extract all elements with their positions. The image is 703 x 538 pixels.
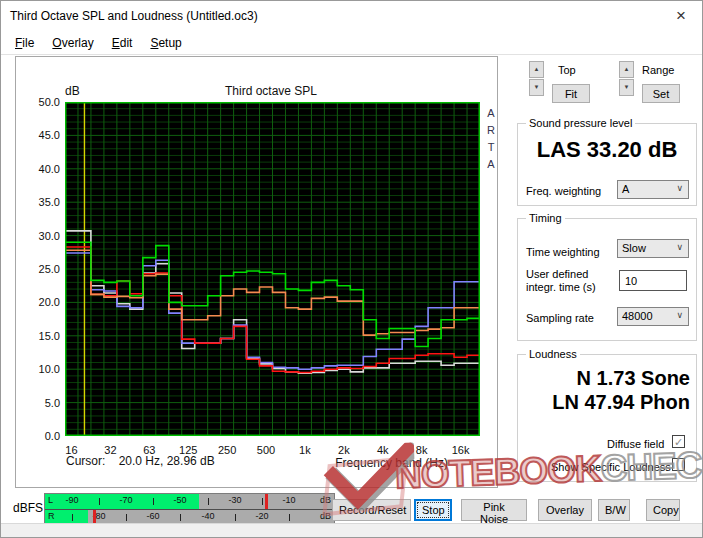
chart-panel: dB Third octave SPL 50.045.040.035.030.0… [15,56,498,488]
meter-tick-label: -50 [173,495,186,505]
phon-value: LN 47.94 Phon [518,391,690,414]
chevron-down-icon: ∨ [676,242,683,252]
meter-tick [180,514,181,521]
meter-tick [289,514,290,521]
x-tick-label: 250 [212,444,242,456]
y-tick-label: 40.0 [20,163,60,175]
meter-unit-label: dB [320,511,331,521]
spl-group: Sound pressure level LAS 33.20 dB Freq. … [517,123,697,206]
x-tick-label: 1k [290,444,320,456]
menu-bar: FileOverlayEditSetup [1,31,702,55]
y-tick-label: 20.0 [20,296,60,308]
loudness-group-label: Loudness [526,348,580,360]
close-icon[interactable]: × [676,6,686,26]
set-button[interactable]: Set [642,84,680,103]
meter-tick-label: -10 [282,495,295,505]
spl-value: LAS 33.20 dB [518,137,696,163]
integr-time-label-1: User defined [526,268,588,280]
menu-overlay[interactable]: Overlay [48,35,97,51]
chart-title: Third octave SPL [146,84,396,98]
meter-tick-label: -20 [255,511,268,521]
cursor-readout: Cursor: 20.0 Hz, 28.96 dB [66,454,215,468]
freq-weighting-label: Freq. weighting [526,185,601,197]
x-axis-label: Frequency band (Hz) [306,456,448,470]
x-tick-label: 2k [329,444,359,456]
freq-weighting-select[interactable]: A ∨ [617,180,689,199]
x-tick-label: 8k [407,444,437,456]
range-spinner[interactable]: ▲ ▼ [619,61,634,97]
meter-tick-label: -30 [228,495,241,505]
freq-weighting-value: A [622,183,629,195]
top-spin-down-icon[interactable]: ▼ [529,79,544,96]
x-tick-label: 16k [446,444,476,456]
meter-tick [126,514,127,521]
stop-button[interactable]: Stop [414,499,452,521]
y-tick-label: 15.0 [20,330,60,342]
app-window: Third Octave SPL and Loudness (Untitled.… [0,0,703,538]
timing-group: Timing Time weighting Slow ∨ User define… [517,218,697,341]
x-tick-label: 4k [368,444,398,456]
meter-tick-label: -40 [201,511,214,521]
integr-time-label-2: integr. time (s) [526,281,596,293]
y-tick-label: 25.0 [20,263,60,275]
title-bar[interactable]: Third Octave SPL and Loudness (Untitled.… [1,1,702,31]
meter-tick [153,498,154,505]
show-specific-loudness-checkbox[interactable] [672,458,685,471]
range-label: Range [642,64,674,76]
overlay-button[interactable]: Overlay [538,499,592,521]
record-reset-button[interactable]: Record/Reset [332,499,411,521]
show-specific-loudness-label: Show Specific Loudness [551,461,671,473]
y-tick-label: 35.0 [20,196,60,208]
meter-tick-label: -60 [146,511,159,521]
top-spin-up-icon[interactable]: ▲ [529,61,544,78]
meter-peak-marker [265,494,268,509]
spl-group-label: Sound pressure level [526,117,635,129]
integr-time-input[interactable] [619,270,687,291]
timing-group-label: Timing [526,212,565,224]
range-spin-down-icon[interactable]: ▼ [619,79,634,96]
x-tick-label: 500 [251,444,281,456]
meter-tick-label: -90 [65,495,78,505]
menu-setup[interactable]: Setup [146,35,185,51]
fit-button[interactable]: Fit [552,84,590,103]
level-meters: L-90-70-50-30-10dBR-80-60-40-20dB [44,493,335,525]
sampling-rate-select[interactable]: 48000 ∨ [617,307,689,326]
dbfs-label: dBFS [13,501,43,515]
spl-plot[interactable] [65,102,480,436]
top-spinner[interactable]: ▲ ▼ [529,61,544,97]
y-tick-label: 50.0 [20,96,60,108]
sampling-rate-label: Sampling rate [526,312,594,324]
menu-edit[interactable]: Edit [108,35,137,51]
diffuse-field-label: Diffuse field [607,438,664,450]
loudness-group: Loudness N 1.73 Sone LN 47.94 Phon Diffu… [517,354,697,482]
y-tick-label: 0.0 [20,430,60,442]
y-axis-unit: dB [65,84,80,98]
window-title: Third Octave SPL and Loudness (Untitled.… [10,9,258,23]
status-bar [1,523,702,537]
meter-tick-label: -70 [119,495,132,505]
range-spin-up-icon[interactable]: ▲ [619,61,634,78]
meter-tick [262,498,263,505]
meter-unit-label: dB [320,495,331,505]
pink-noise-button[interactable]: Pink Noise [461,499,527,521]
time-weighting-select[interactable]: Slow ∨ [617,239,689,258]
sampling-rate-value: 48000 [622,310,653,322]
time-weighting-value: Slow [622,242,646,254]
meter-channel-label: R [48,511,55,521]
y-tick-label: 5.0 [20,397,60,409]
top-label: Top [558,64,576,76]
arta-watermark: ARTA [484,105,498,173]
meter-row-l: L-90-70-50-30-10dB [45,494,334,509]
chevron-down-icon: ∨ [676,310,683,320]
y-tick-label: 30.0 [20,230,60,242]
y-tick-label: 45.0 [20,129,60,141]
meter-tick [72,514,73,521]
copy-button[interactable]: Copy [646,499,680,521]
chevron-down-icon: ∨ [676,183,683,193]
diffuse-field-checkbox[interactable]: ✓ [672,435,685,448]
meter-tick [99,498,100,505]
b-w-button[interactable]: B/W [598,499,630,521]
menu-file[interactable]: File [11,35,38,51]
meter-channel-label: L [48,495,53,505]
time-weighting-label: Time weighting [526,246,600,258]
